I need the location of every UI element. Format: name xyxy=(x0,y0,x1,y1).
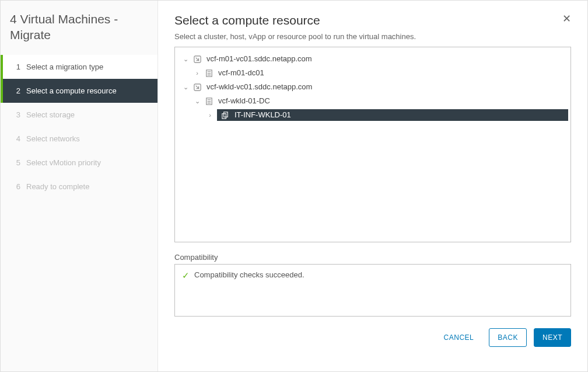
step-number: 5 xyxy=(12,158,20,167)
tree-node-vcenter[interactable]: ⌄ vcf-m01-vc01.sddc.netapp.com xyxy=(177,52,568,66)
chevron-right-icon[interactable]: › xyxy=(206,109,214,121)
cancel-button[interactable]: CANCEL xyxy=(436,329,482,346)
next-button[interactable]: NEXT xyxy=(534,328,571,347)
compatibility-message: Compatibility checks succeeded. xyxy=(194,270,304,279)
chevron-down-icon[interactable]: ⌄ xyxy=(182,53,189,65)
tree-label: vcf-wkld-01-DC xyxy=(217,95,568,107)
tree-label: vcf-m01-dc01 xyxy=(217,67,568,79)
step-number: 1 xyxy=(12,62,20,71)
tree-node-cluster[interactable]: › IT-INF-WKLD-01 xyxy=(177,108,568,122)
wizard-step-6: 6 Ready to complete xyxy=(1,175,158,199)
wizard-step-2[interactable]: 2 Select a compute resource xyxy=(1,79,158,103)
step-label: Select a migration type xyxy=(26,62,103,71)
datacenter-icon xyxy=(204,68,214,78)
step-number: 3 xyxy=(12,110,20,119)
page-subtitle: Select a cluster, host, vApp or resource… xyxy=(174,32,571,41)
vcenter-icon xyxy=(192,54,202,64)
wizard-title: 4 Virtual Machines - Migrate xyxy=(1,11,158,55)
tree-node-datacenter[interactable]: ⌄ vcf-wkld-01-DC xyxy=(177,94,568,108)
main-content: Select a compute resource ✕ Select a clu… xyxy=(158,1,587,371)
chevron-right-icon[interactable]: › xyxy=(194,67,201,79)
compatibility-label: Compatibility xyxy=(174,253,571,262)
back-button[interactable]: BACK xyxy=(489,328,527,347)
wizard-sidebar: 4 Virtual Machines - Migrate 1 Select a … xyxy=(1,1,158,371)
step-number: 6 xyxy=(12,182,20,191)
check-icon: ✓ xyxy=(182,270,190,281)
page-title: Select a compute resource xyxy=(174,13,320,27)
wizard-step-3: 3 Select storage xyxy=(1,103,158,127)
tree-label: vcf-wkld-vc01.sddc.netapp.com xyxy=(205,81,568,93)
tree-label: IT-INF-WKLD-01 xyxy=(233,109,568,121)
step-label: Select vMotion priority xyxy=(26,158,101,167)
close-icon[interactable]: ✕ xyxy=(562,13,571,24)
cluster-icon xyxy=(220,110,230,120)
tree-node-datacenter[interactable]: › vcf-m01-dc01 xyxy=(177,66,568,80)
compatibility-panel: ✓ Compatibility checks succeeded. xyxy=(174,264,571,317)
wizard-step-1[interactable]: 1 Select a migration type xyxy=(1,55,158,79)
wizard-step-5: 5 Select vMotion priority xyxy=(1,151,158,175)
tree-node-vcenter[interactable]: ⌄ vcf-wkld-vc01.sddc.netapp.com xyxy=(177,80,568,94)
step-label: Select a compute resource xyxy=(26,86,117,95)
chevron-down-icon[interactable]: ⌄ xyxy=(182,81,189,93)
step-label: Ready to complete xyxy=(26,182,89,191)
wizard-footer: CANCEL BACK NEXT xyxy=(174,328,571,347)
step-label: Select storage xyxy=(26,110,75,119)
step-label: Select networks xyxy=(26,134,80,143)
tree-label: vcf-m01-vc01.sddc.netapp.com xyxy=(205,53,568,65)
step-number: 2 xyxy=(12,86,20,95)
step-number: 4 xyxy=(12,134,20,143)
vcenter-icon xyxy=(192,82,202,92)
wizard-step-4: 4 Select networks xyxy=(1,127,158,151)
datacenter-icon xyxy=(204,96,214,106)
resource-tree[interactable]: ⌄ vcf-m01-vc01.sddc.netapp.com › vcf-m01… xyxy=(174,47,571,242)
chevron-down-icon[interactable]: ⌄ xyxy=(194,95,201,107)
